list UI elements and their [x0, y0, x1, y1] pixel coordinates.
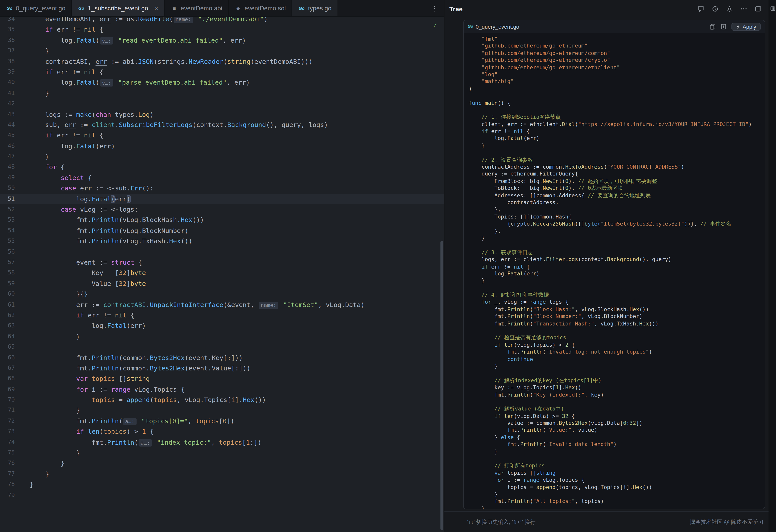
code-line-68[interactable]: 68 var topics []string [0, 373, 444, 384]
code-line-51[interactable]: 51 log.Fatal(err) [0, 194, 444, 204]
code-editor[interactable]: 34 eventDemoABI, err := os.ReadFile(name… [0, 17, 444, 532]
code-line-56[interactable]: 56 [0, 247, 444, 257]
code-line-76[interactable]: 76 } [0, 458, 444, 469]
line-number: 38 [0, 56, 15, 67]
chat-input-bar[interactable]: '↑↓' 切换历史输入, '⇧↵' 换行 掘金技术社区 @ 陈皮不爱学习 [444, 511, 769, 532]
code-line-72[interactable]: 72 fmt.Println(a…: "topics[0]=", topics[… [0, 416, 444, 427]
code-line-71[interactable]: 71 } [0, 405, 444, 416]
code-token: Println [507, 320, 530, 327]
copy-icon[interactable] [710, 24, 716, 29]
code-line-77[interactable]: 77 } [0, 469, 444, 479]
line-number: 42 [0, 98, 15, 109]
code-line-53[interactable]: 53 fmt.Println(vLog.BlockHash.Hex()) [0, 215, 444, 225]
code-line-37[interactable]: 37 } [0, 45, 444, 56]
code-line-42[interactable]: 42 [0, 98, 444, 109]
code-line-61[interactable]: 61 err := contractABI.UnpackIntoInterfac… [0, 299, 444, 310]
editor-scrollbar[interactable] [440, 241, 443, 530]
code-line-46[interactable]: 46 log.Fatal(err) [0, 141, 444, 151]
tab-1_subscribe_event.go[interactable]: Go1_subscribe_event.go× [72, 0, 165, 16]
code-line-43[interactable]: 43 logs := make(chan types.Log) [0, 109, 444, 120]
tab-eventDemo.abi[interactable]: ≡eventDemo.abi [165, 0, 229, 16]
code-line-59[interactable]: 59 Value [32]byte [0, 278, 444, 289]
line-number: 35 [0, 24, 15, 35]
code-line-66[interactable]: 66 fmt.Println(common.Bytes2Hex(event.Ke… [0, 352, 444, 363]
code-line-44[interactable]: 44 sub, err := client.SubscribeFilterLog… [0, 119, 444, 130]
feedback-icon[interactable] [697, 5, 704, 12]
code-text: }{} [15, 289, 88, 300]
code-token: case [61, 206, 76, 213]
tab-close-button[interactable]: × [155, 5, 158, 12]
code-line-73[interactable]: 73 if len(topics) > 1 { [0, 427, 444, 437]
code-line-75[interactable]: 75 } [0, 448, 444, 458]
code-token: { [523, 263, 530, 270]
code-token: // 3. 获取事件日志 [469, 249, 533, 256]
settings-gear-icon[interactable] [726, 5, 733, 12]
code-token: range [530, 299, 546, 305]
code-line-36[interactable]: 36 log.Fatal(v…: "read eventDemo.abi fai… [0, 35, 444, 45]
code-line-52[interactable]: 52 case vLog := <-logs: [0, 204, 444, 215]
code-line-55[interactable]: 55 fmt.Println(vLog.TxHash.Hex()) [0, 236, 444, 247]
code-token [153, 439, 157, 446]
code-token: log. [469, 135, 508, 142]
code-token: }, [469, 228, 501, 234]
code-token: , err) [223, 36, 246, 44]
code-line-67[interactable]: 67 fmt.Println(common.Bytes2Hex(event.Va… [0, 363, 444, 373]
code-line-65[interactable]: 65 [0, 342, 444, 352]
code-token: ( [562, 185, 565, 192]
code-text: log.Fatal(err) [15, 194, 131, 204]
code-line-38[interactable]: 38 contractABI, err := abi.JSON(strings.… [0, 56, 444, 67]
code-line-74[interactable]: 74 fmt.Println(a…: "index topic:", topic… [0, 437, 444, 448]
code-line-35[interactable]: 35 if err != nil { [0, 24, 444, 35]
code-line-40[interactable]: 40 log.Fatal(v…: "parse eventDemo.abi fa… [0, 77, 444, 88]
code-line-58[interactable]: 58 Key [32]byte [0, 268, 444, 278]
tab-0_query_event.go[interactable]: Go0_query_event.go [0, 0, 72, 16]
toggle-panel-icon[interactable] [770, 6, 775, 11]
code-token: struct [111, 259, 134, 266]
code-line-70[interactable]: 70 topics = append(topics, vLog.Topics[i… [0, 394, 444, 405]
code-token: if [45, 132, 53, 139]
apply-button[interactable]: Apply [732, 23, 761, 30]
code-line-49[interactable]: 49 select { [0, 173, 444, 183]
code-line-54[interactable]: 54 fmt.Println(vLog.BlockNumber) [0, 225, 444, 236]
code-line-48[interactable]: 48 for { [0, 162, 444, 173]
code-line-69[interactable]: 69 for i := range vLog.Topics { [0, 384, 444, 395]
code-token: 32 [630, 420, 636, 427]
code-token: ( [95, 36, 100, 44]
editor-more-actions-icon[interactable]: ⋮ [431, 0, 438, 17]
panel-code-line: fmt.Println("Key (indexed):", key) [469, 391, 760, 398]
code-line-62[interactable]: 62 if err != nil { [0, 310, 444, 321]
code-line-50[interactable]: 50 case err := <-sub.Err(): [0, 183, 444, 194]
code-token: ( [95, 79, 100, 86]
tab-types.go[interactable]: Gotypes.go [292, 0, 338, 16]
code-line-57[interactable]: 57 event := struct { [0, 257, 444, 268]
code-token: Fatal [507, 135, 523, 142]
code-token: (), query, logs) [266, 121, 328, 128]
code-text: fmt.Println(a…: "topics[0]=", topics[0]) [15, 416, 234, 427]
line-number: 34 [0, 17, 15, 25]
code-line-63[interactable]: 63 log.Fatal(err) [0, 321, 444, 331]
code-token: make [76, 110, 92, 118]
insert-file-icon[interactable] [721, 24, 727, 29]
line-number: 62 [0, 310, 15, 321]
history-icon[interactable] [712, 5, 719, 12]
code-line-60[interactable]: 60 }{} [0, 289, 444, 300]
code-line-45[interactable]: 45 if err != nil { [0, 130, 444, 141]
code-line-39[interactable]: 39 if err != nil { [0, 67, 444, 77]
panel-code-line: } [469, 235, 760, 242]
panel-code-line [469, 327, 760, 334]
tab-eventDemo.sol[interactable]: ◆eventDemo.sol [229, 0, 292, 16]
code-line-64[interactable]: 64 } [0, 331, 444, 342]
code-token: err [100, 17, 111, 23]
code-token: [ [242, 439, 246, 446]
code-line-41[interactable]: 41 } [0, 88, 444, 98]
code-line-78[interactable]: 78} [0, 479, 444, 490]
code-token: ( [604, 164, 607, 170]
code-line-79[interactable]: 79 [0, 490, 444, 500]
code-token: append [536, 484, 556, 490]
more-icon[interactable] [741, 5, 747, 12]
code-line-34[interactable]: 34 eventDemoABI, err := os.ReadFile(name… [0, 17, 444, 25]
layout-panel-icon[interactable] [755, 5, 762, 12]
code-line-47[interactable]: 47 } [0, 151, 444, 162]
code-token: (vLog.Data[ [588, 420, 623, 427]
code-token: ( [150, 396, 154, 404]
